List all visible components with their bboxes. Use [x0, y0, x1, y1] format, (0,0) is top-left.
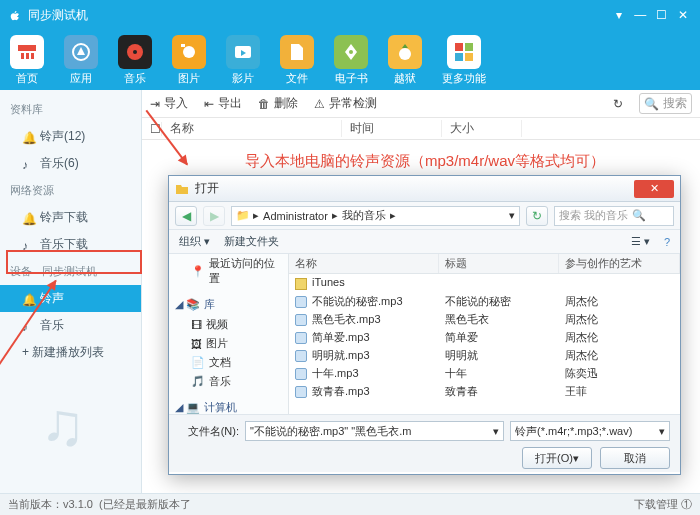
toolbar-files[interactable]: 文件: [280, 35, 314, 86]
svg-point-11: [349, 50, 353, 54]
new-folder-button[interactable]: 新建文件夹: [224, 234, 279, 249]
main-toolbar: 首页 应用 音乐 图片 影片 文件 电子书 越狱 更多功能: [0, 30, 700, 90]
open-file-dialog: 打开 ✕ ◀ ▶ 📁 ▸ Administrator ▸ 我的音乐 ▸ ▾ ↻ …: [168, 175, 681, 475]
apple-icon: [8, 8, 22, 22]
file-row[interactable]: 黑色毛衣.mp3黑色毛衣周杰伦: [289, 310, 680, 328]
name-col[interactable]: 名称: [162, 120, 342, 137]
file-row[interactable]: 不能说的秘密.mp3不能说的秘密周杰伦: [289, 292, 680, 310]
download-manager-link[interactable]: 下载管理 ①: [634, 497, 692, 512]
libraries-group[interactable]: ◢ 📚 库: [169, 294, 288, 315]
dialog-title: 打开: [195, 180, 219, 197]
dialog-footer: 文件名(N): "不能说的秘密.mp3" "黑色毛衣.m▾ 铃声(*.m4r;*…: [169, 414, 680, 472]
lib-pics[interactable]: 🖼 图片: [169, 334, 288, 353]
warning-icon: ⚠: [314, 97, 325, 111]
computer-group[interactable]: ◢ 💻 计算机: [169, 397, 288, 414]
file-row[interactable]: iTunes: [289, 274, 680, 292]
dropdown-icon[interactable]: ▾: [610, 8, 628, 22]
dialog-tools: 组织 ▾ 新建文件夹 ☰ ▾ ?: [169, 230, 680, 254]
toolbar-more[interactable]: 更多功能: [442, 35, 486, 86]
open-button[interactable]: 打开(O) ▾: [522, 447, 592, 469]
search-input[interactable]: 🔍搜索: [639, 93, 692, 114]
folder-icon: [175, 182, 189, 196]
window-title: 同步测试机: [28, 7, 88, 24]
lib-video[interactable]: 🎞 视频: [169, 315, 288, 334]
toolbar-jailbreak[interactable]: 越狱: [388, 35, 422, 86]
sidebar-section-library: 资料库: [0, 96, 141, 123]
search-icon: 🔍: [632, 209, 646, 222]
action-bar: ⇥导入 ⇤导出 🗑删除 ⚠异常检测 ↻ 🔍搜索: [142, 90, 700, 118]
svg-rect-9: [181, 44, 185, 47]
sidebar-item-music-dev[interactable]: ♪音乐: [0, 312, 141, 339]
sidebar-item-new-playlist[interactable]: + 新建播放列表: [0, 339, 141, 366]
window-titlebar: 同步测试机 ▾ — ☐ ✕: [0, 0, 700, 30]
filetype-filter[interactable]: 铃声(*.m4r;*.mp3;*.wav)▾: [510, 421, 670, 441]
toolbar-home[interactable]: 首页: [10, 35, 44, 86]
svg-point-12: [399, 48, 411, 60]
file-row[interactable]: 明明就.mp3明明就周杰伦: [289, 346, 680, 364]
svg-rect-4: [31, 53, 34, 59]
view-button[interactable]: ☰ ▾: [631, 235, 650, 248]
col-artist[interactable]: 参与创作的艺术: [559, 254, 680, 273]
svg-point-8: [183, 46, 195, 58]
file-row[interactable]: 致青春.mp3致青春王菲: [289, 382, 680, 400]
dialog-titlebar: 打开 ✕: [169, 176, 680, 202]
toolbar-apps[interactable]: 应用: [64, 35, 98, 86]
nav-refresh-button[interactable]: ↻: [526, 206, 548, 226]
size-col[interactable]: 大小: [442, 120, 522, 137]
dialog-search-input[interactable]: 搜索 我的音乐🔍: [554, 206, 674, 226]
svg-rect-3: [26, 53, 29, 59]
svg-rect-14: [465, 43, 473, 51]
organize-button[interactable]: 组织 ▾: [179, 234, 210, 249]
col-title[interactable]: 标题: [439, 254, 559, 273]
lib-music[interactable]: 🎵 音乐: [169, 372, 288, 391]
toolbar-ebooks[interactable]: 电子书: [334, 35, 368, 86]
close-button[interactable]: ✕: [674, 8, 692, 22]
sidebar-item-ringtones-lib[interactable]: 🔔铃声(12): [0, 123, 141, 150]
sidebar-item-music-lib[interactable]: ♪音乐(6): [0, 150, 141, 177]
toolbar-music[interactable]: 音乐: [118, 35, 152, 86]
cancel-button[interactable]: 取消: [600, 447, 670, 469]
trash-icon: 🗑: [258, 97, 270, 111]
breadcrumb[interactable]: 📁 ▸ Administrator ▸ 我的音乐 ▸ ▾: [231, 206, 520, 226]
export-icon: ⇤: [204, 97, 214, 111]
chevron-down-icon[interactable]: ▾: [509, 209, 515, 222]
search-icon: 🔍: [644, 97, 659, 111]
maximize-button[interactable]: ☐: [653, 8, 671, 22]
sidebar-item-ringtone-dl[interactable]: 🔔铃声下载: [0, 204, 141, 231]
dialog-sidebar: 📍 最近访问的位置 ◢ 📚 库 🎞 视频 🖼 图片 📄 文档 🎵 音乐 ◢ 💻 …: [169, 254, 289, 414]
annotation-highlight-box: [6, 250, 142, 274]
anomaly-button[interactable]: ⚠异常检测: [314, 95, 377, 112]
filename-input[interactable]: "不能说的秘密.mp3" "黑色毛衣.m▾: [245, 421, 504, 441]
svg-point-7: [133, 50, 137, 54]
col-name[interactable]: 名称: [289, 254, 439, 273]
import-icon: ⇥: [150, 97, 160, 111]
dialog-nav: ◀ ▶ 📁 ▸ Administrator ▸ 我的音乐 ▸ ▾ ↻ 搜索 我的…: [169, 202, 680, 230]
time-col[interactable]: 时间: [342, 120, 442, 137]
nav-fwd-button[interactable]: ▶: [203, 206, 225, 226]
toolbar-photos[interactable]: 图片: [172, 35, 206, 86]
column-header: ☐ 名称 时间 大小: [142, 118, 700, 140]
nav-back-button[interactable]: ◀: [175, 206, 197, 226]
svg-rect-16: [465, 53, 473, 61]
svg-rect-15: [455, 53, 463, 61]
annotation-text: 导入本地电脑的铃声资源（mp3/m4r/wav等格式均可）: [245, 152, 605, 171]
lib-docs[interactable]: 📄 文档: [169, 353, 288, 372]
recent-places[interactable]: 📍 最近访问的位置: [169, 254, 288, 288]
version-text: 当前版本：v3.1.0: [8, 497, 93, 512]
version-note: (已经是最新版本了: [99, 497, 191, 512]
file-row[interactable]: 十年.mp3十年陈奕迅: [289, 364, 680, 382]
minimize-button[interactable]: —: [631, 8, 649, 22]
svg-rect-2: [21, 53, 24, 59]
dialog-close-button[interactable]: ✕: [634, 180, 674, 198]
file-columns: 名称 标题 参与创作的艺术: [289, 254, 680, 274]
svg-rect-13: [455, 43, 463, 51]
sidebar-item-ringtones-dev[interactable]: 🔔铃声: [0, 285, 141, 312]
file-row[interactable]: 简单爱.mp3简单爱周杰伦: [289, 328, 680, 346]
window-controls: ▾ — ☐ ✕: [610, 8, 692, 22]
delete-button[interactable]: 🗑删除: [258, 95, 298, 112]
export-button[interactable]: ⇤导出: [204, 95, 242, 112]
help-button[interactable]: ?: [664, 236, 670, 248]
toolbar-video[interactable]: 影片: [226, 35, 260, 86]
import-button[interactable]: ⇥导入: [150, 95, 188, 112]
refresh-button[interactable]: ↻: [613, 97, 623, 111]
